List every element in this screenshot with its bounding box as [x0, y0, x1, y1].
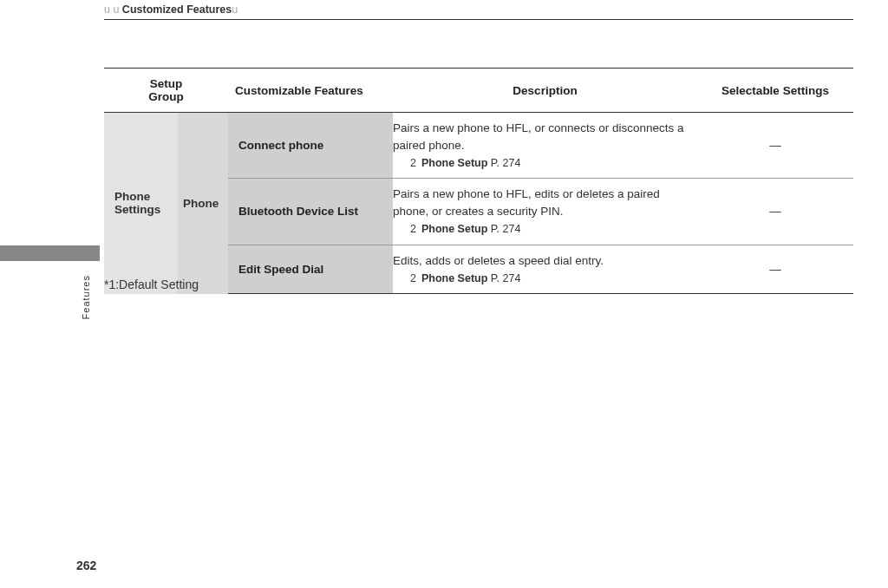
features-table: Setup Group Customizable Features Descri…	[104, 68, 853, 294]
cross-reference: 2Phone Setup P. 274	[393, 271, 697, 286]
side-margin-tab	[0, 245, 100, 261]
selectable-settings: —	[697, 245, 853, 294]
table-header-row: Setup Group Customizable Features Descri…	[104, 69, 853, 113]
feature-name: Edit Speed Dial	[228, 245, 393, 294]
header-prefix: u u	[104, 3, 122, 16]
description-text: Pairs a new phone to HFL, or connects or…	[393, 121, 683, 152]
setup-group-cell: Phone Settings	[104, 113, 178, 294]
selectable-settings: —	[697, 113, 853, 179]
header-title: Customized Features	[122, 3, 232, 16]
feature-name: Connect phone	[228, 113, 393, 179]
description-text: Pairs a new phone to HFL, edits or delet…	[393, 187, 660, 218]
side-section-label: Features	[81, 275, 91, 319]
ref-label: Phone Setup	[421, 223, 487, 235]
table-row: Phone Settings Phone Connect phone Pairs…	[104, 113, 853, 179]
selectable-settings: —	[697, 179, 853, 245]
default-setting-footnote: *1:Default Setting	[104, 278, 199, 291]
page-number: 262	[76, 559, 96, 572]
subgroup-cell: Phone	[178, 113, 228, 294]
running-header: u u Customized Featuresu	[104, 0, 853, 20]
feature-name: Bluetooth Device List	[228, 179, 393, 245]
feature-description: Pairs a new phone to HFL, or connects or…	[393, 113, 697, 179]
cross-reference: 2Phone Setup P. 274	[393, 155, 697, 171]
ref-marker: 2	[410, 272, 416, 284]
ref-marker: 2	[410, 157, 416, 169]
ref-page: P. 274	[491, 157, 521, 169]
col-selectable: Selectable Settings	[697, 69, 853, 113]
ref-page: P. 274	[491, 223, 521, 235]
document-page: u u Customized Featuresu Features Setup …	[0, 0, 888, 588]
ref-marker: 2	[410, 223, 416, 235]
feature-description: Pairs a new phone to HFL, edits or delet…	[393, 179, 697, 245]
description-text: Edits, adds or deletes a speed dial entr…	[393, 254, 604, 267]
col-setup-group: Setup Group	[104, 69, 228, 113]
ref-label: Phone Setup	[421, 157, 487, 169]
header-suffix: u	[232, 3, 238, 16]
col-features: Customizable Features	[228, 69, 393, 113]
cross-reference: 2Phone Setup P. 274	[393, 221, 697, 237]
ref-page: P. 274	[491, 272, 521, 284]
col-description: Description	[393, 69, 697, 113]
ref-label: Phone Setup	[421, 272, 487, 284]
feature-description: Edits, adds or deletes a speed dial entr…	[393, 245, 697, 294]
features-table-wrap: Setup Group Customizable Features Descri…	[104, 68, 853, 294]
